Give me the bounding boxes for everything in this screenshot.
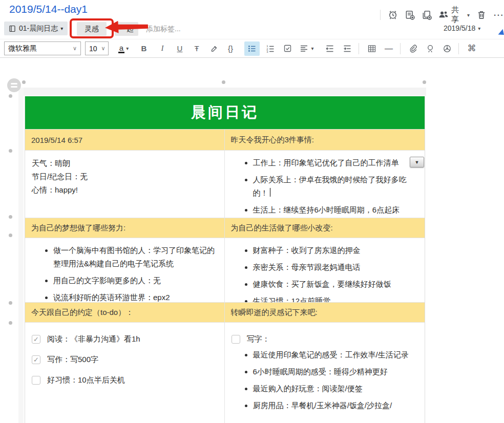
checkbox-checked-icon[interactable] (32, 335, 40, 344)
highlighter-icon (209, 44, 218, 53)
todo-header-cell[interactable]: 今天跟自己的约定（to-do）： (25, 303, 225, 322)
select-chevron-icon: ∨ (101, 45, 106, 52)
alarm-clock-icon (388, 10, 398, 20)
dream-efforts-cell[interactable]: 做一个脑海中有图书馆的人：学习了印象笔记的整理用法&构建自己的电子笔记系统 用自… (25, 238, 225, 302)
font-size-select[interactable]: 10 ∨ (85, 41, 109, 55)
list-item: 做一个脑海中有图书馆的人：学习了印象笔记的整理用法&构建自己的电子笔记系统 (53, 244, 220, 270)
happy-things-header-cell[interactable]: 昨天令我开心的3件事情: (225, 130, 425, 150)
insert-table-button[interactable] (364, 41, 380, 56)
share-label: 共享 (451, 5, 465, 25)
dream-efforts-header-cell[interactable]: 为自己的梦想做了哪些努力: (25, 218, 225, 238)
font-color-button[interactable]: a ▾ (114, 41, 133, 56)
row-handle-dot[interactable] (9, 149, 12, 153)
shortcuts-button[interactable]: ⌘ (464, 41, 479, 56)
weather-line: 天气：晴朗 (32, 157, 220, 170)
screen-clipper-button[interactable] (423, 41, 438, 56)
trash-icon (476, 10, 487, 20)
note-title[interactable]: 2019/5/14--day1 (9, 3, 88, 15)
share-button[interactable]: 共享 ▾ (438, 5, 470, 25)
happy-things-cell[interactable]: 工作上：用印象笔记优化了自己的工作清单 人际关系上：伊卓在我饿的时候给了我好多吃… (225, 151, 425, 218)
diary-header-row-3: 今天跟自己的约定（to-do）： 转瞬即逝的灵感记下来吧: (25, 302, 425, 322)
add-shortcut-button[interactable] (422, 9, 432, 20)
numbered-list-button[interactable]: 1 2 3 (263, 41, 278, 56)
horizontal-rule-button[interactable]: — (381, 41, 396, 56)
note-date-selector[interactable]: 2019/5/18 ▾ (444, 24, 480, 32)
diary-title-cell[interactable]: 晨间日记 (25, 96, 425, 129)
font-family-select[interactable]: 微软雅黑 ∨ (4, 41, 81, 55)
inspiration-cell[interactable]: 写字： 最近使用印象笔记的感受：工作效率/生活记录 6小时睡眠周期的感受：睡得少… (225, 323, 425, 423)
note-add-icon (405, 10, 415, 20)
table-column-strip[interactable] (24, 88, 426, 96)
strikethrough-button[interactable]: Ŧ (189, 41, 204, 56)
italic-button[interactable]: I (155, 41, 170, 56)
code-block-button[interactable]: {} (223, 41, 238, 56)
font-family-value: 微软雅黑 (8, 44, 37, 53)
list-item: 工作上：用印象笔记优化了自己的工作清单 (253, 156, 421, 170)
sticker-wheel-button[interactable] (439, 41, 455, 56)
cell-options-dropdown-button[interactable]: ▼ (410, 157, 424, 167)
row-handle-dot[interactable] (9, 234, 12, 237)
weather-mood-cell[interactable]: 天气：晴朗 节日/纪念日：无 心情：happy! (25, 151, 225, 218)
align-chevron-icon: ▾ (311, 46, 313, 51)
indent-button[interactable] (340, 41, 355, 56)
column-handle-dot[interactable] (22, 80, 26, 84)
clipped-blue-widget (498, 29, 504, 38)
todo-cell[interactable]: 阅读：《非暴力沟通》看1h 写作：写500字 好习惯：10点半后关机 (25, 323, 225, 423)
date-time-cell[interactable]: 2019/5/14 6:57 (25, 130, 225, 150)
highlight-button[interactable] (206, 41, 221, 56)
reminder-alarm-button[interactable] (388, 9, 398, 20)
add-tag-input[interactable]: 添加标签... (146, 25, 181, 34)
delete-note-button[interactable] (476, 9, 487, 20)
inspiration-header-cell[interactable]: 转瞬即逝的灵感记下来吧: (225, 303, 425, 322)
checkbox-checked-icon[interactable] (32, 355, 40, 364)
list-item: 健康饮食：买了新饭盒，要继续好好做饭 (253, 278, 421, 291)
more-actions-button[interactable]: ⋯ (493, 9, 504, 21)
attach-file-button[interactable] (406, 41, 421, 56)
life-changes-header-cell[interactable]: 为自己的生活做了哪些小改变: (225, 218, 425, 238)
diary-content-row-3: 阅读：《非暴力沟通》看1h 写作：写500字 好习惯：10点半后关机 写字： 最… (25, 322, 425, 423)
column-handle-dot[interactable] (423, 80, 426, 84)
toolbar-divider (400, 43, 401, 54)
list-item: 人际关系上：伊卓在我饿的时候给了我好多吃的！ (253, 173, 421, 200)
alignment-button[interactable]: ▾ (297, 41, 317, 56)
list-item: 最近使用印象笔记的感受：工作效率/生活记录 (253, 348, 421, 362)
align-left-icon (300, 44, 308, 53)
todo-item: 阅读：《非暴力沟通》看1h (32, 334, 224, 344)
column-handle-dot[interactable] (222, 80, 225, 84)
list-item: 最近购入的好玩意：阅读架/便签 (253, 382, 421, 395)
row-handle-dot[interactable] (9, 301, 12, 305)
row-handle-dot[interactable] (9, 215, 12, 219)
paperclip-icon (409, 44, 418, 53)
inspiration-list: 最近使用印象笔记的感受：工作效率/生活记录 6小时睡眠周期的感受：睡得少精神更好… (225, 348, 421, 412)
checkbox-unchecked-icon[interactable] (232, 335, 240, 344)
todo-checkbox-button[interactable] (280, 41, 295, 56)
bold-button[interactable]: B (136, 41, 152, 56)
note-date: 2019/5/18 (444, 24, 475, 32)
list-item: 财富种子：收到了房东退的押金 (253, 244, 421, 257)
list-item: 生活习惯：12点前睡觉 (253, 294, 421, 302)
checkbox-unchecked-icon[interactable] (32, 376, 40, 385)
table-menu-button[interactable] (7, 78, 21, 92)
table-row-strip[interactable] (18, 88, 24, 423)
row-handle-dot[interactable] (9, 94, 12, 98)
notebook-selector[interactable]: 01-晨间日志 ▾ (4, 22, 68, 35)
list-item: 6小时睡眠周期的感受：睡得少精神更好 (253, 365, 421, 378)
row-handle-dot[interactable] (9, 321, 12, 325)
annotation-red-arrow (105, 19, 149, 35)
underline-button[interactable]: U (172, 41, 187, 56)
add-note-widget-button[interactable] (405, 9, 415, 20)
outdent-icon (325, 44, 334, 53)
note-editor-window: 2019/5/14--day1 (0, 0, 504, 423)
todo-item: 写字： (232, 334, 425, 344)
diary-header-row-2: 为自己的梦想做了哪些努力: 为自己的生活做了哪些小改变: (25, 218, 425, 238)
text-cursor (270, 188, 270, 197)
checkbox-icon (283, 44, 292, 53)
bullet-list-button[interactable] (244, 41, 260, 56)
date-chevron-icon: ▾ (478, 26, 480, 31)
holiday-line: 节日/纪念日：无 (32, 170, 220, 183)
todo-label: 写字： (247, 334, 270, 344)
notebook-name: 01-晨间日志 (19, 24, 58, 33)
life-changes-cell[interactable]: 财富种子：收到了房东退的押金 亲密关系：母亲节跟老妈通电话 健康饮食：买了新饭盒… (225, 238, 425, 302)
outdent-button[interactable] (322, 41, 338, 56)
share-chevron-icon: ▾ (467, 12, 470, 18)
